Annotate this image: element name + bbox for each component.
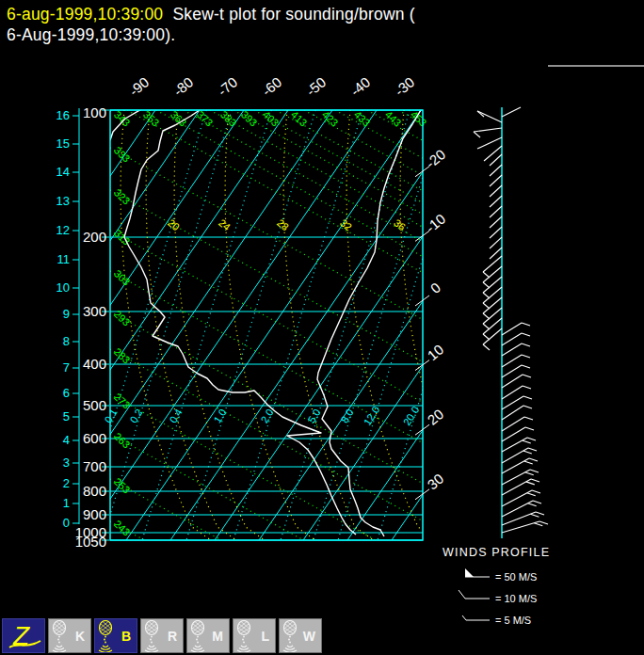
dry-adiabat-top-label: 423 — [320, 108, 341, 128]
balloon-sounding-icon — [236, 620, 259, 655]
isotherm-line — [170, 110, 465, 540]
isotherm-top-label: -80 — [170, 73, 197, 99]
legend-50ms-label: = 50 M/S — [495, 571, 537, 583]
balloon-sounding-icon — [282, 620, 305, 655]
wind-barb — [490, 165, 502, 176]
isotherm-line — [126, 110, 421, 540]
dry-adiabat-line — [110, 148, 644, 510]
plot-border — [110, 110, 423, 540]
mixing-ratio-line — [378, 110, 507, 540]
isotherm-right-label: -20 — [423, 146, 449, 171]
wind-barb — [490, 175, 502, 186]
toolbar-button-label: W — [303, 629, 315, 644]
height-label: 1 — [63, 496, 70, 510]
height-label: 9 — [63, 307, 70, 321]
isotherm-top-label: -60 — [259, 73, 285, 99]
toolbar-button-label: M — [212, 629, 223, 644]
mixing-ratio-line — [233, 110, 362, 540]
wind-barb — [502, 333, 530, 345]
dry-adiabat-left-label: 313 — [112, 227, 133, 247]
isotherm-top-label: -90 — [126, 73, 153, 99]
toolbar-button-k[interactable]: K — [48, 618, 91, 653]
wind-barb — [502, 343, 530, 356]
dry-adiabat-line — [110, 190, 644, 552]
wind-barb — [502, 107, 521, 117]
toolbar-button-m[interactable]: M — [186, 618, 230, 653]
isotherm-right-label: 20 — [425, 406, 447, 428]
winds-profile-panel — [474, 107, 548, 538]
isotherm-line — [38, 110, 332, 540]
pressure-label: 600 — [83, 430, 106, 446]
pressure-label: 500 — [83, 397, 106, 413]
dewpoint-trace — [124, 110, 356, 535]
pressure-label: 200 — [83, 229, 106, 245]
height-label: 10 — [56, 280, 70, 295]
moist-adiabat-label: 32 — [338, 216, 354, 232]
isotherm-top-label: -70 — [215, 73, 241, 99]
height-label: 11 — [57, 252, 71, 266]
height-label: 8 — [63, 334, 70, 348]
dry-adiabat-line — [110, 394, 644, 655]
wind-barb — [502, 323, 530, 335]
isotherm-top-label: -50 — [303, 73, 330, 99]
toolbar-button-label: R — [168, 629, 177, 644]
winds-legend: = 50 M/S = 10 M/S = 5 M/S — [459, 568, 537, 626]
legend-5ms-label: = 5 M/S — [495, 615, 531, 626]
balloon-sounding-icon — [98, 620, 121, 655]
dry-adiabat-left-label: 273 — [112, 391, 133, 410]
moist-adiabat-line — [121, 110, 211, 540]
wind-barb — [490, 206, 502, 217]
height-label: 0 — [63, 516, 70, 530]
dry-adiabat-left-label: 263 — [112, 430, 133, 450]
legend-10ms-label: = 10 M/S — [495, 593, 537, 604]
mixing-ratio-label: 1.0 — [211, 407, 228, 424]
dry-adiabat-line — [110, 271, 644, 633]
dry-adiabat-top-label: 393 — [239, 108, 260, 128]
balloon-sounding-icon — [144, 620, 167, 655]
moist-adiabat-line — [225, 110, 315, 540]
toolbar-button-b[interactable]: B — [94, 618, 137, 653]
toolbar-button-label: L — [261, 629, 269, 644]
isotherm-right-label: 0 — [427, 280, 443, 296]
dry-adiabat-top-label: 433 — [352, 108, 373, 128]
wind-barb — [502, 355, 530, 367]
mixing-ratio-label: 0.2 — [127, 407, 144, 424]
mixing-ratio-group — [77, 110, 507, 540]
mixing-ratio-line — [77, 110, 206, 540]
mixing-ratio-label: 12.0 — [362, 405, 382, 428]
dry-adiabat-line — [304, 110, 644, 472]
mixing-ratio-label: 20.0 — [401, 405, 422, 428]
dry-adiabat-left-label: 323 — [112, 186, 133, 206]
dry-adiabat-line — [276, 110, 644, 472]
isotherm-line — [0, 110, 155, 540]
height-label: 7 — [63, 360, 70, 375]
wind-barb — [490, 216, 502, 228]
plot-frame — [110, 110, 423, 540]
pressure-label: 900 — [83, 506, 106, 522]
toolbar-button-z[interactable]: Z — [2, 618, 45, 653]
isotherm-top-label: -40 — [347, 73, 374, 99]
wind-barb — [490, 237, 502, 248]
wind-barb — [502, 490, 540, 506]
legend-half-barb-symbol — [462, 615, 490, 620]
dry-adiabat-top-label: 383 — [218, 108, 239, 128]
wind-barb — [490, 196, 502, 207]
toolbar-button-l[interactable]: L — [233, 618, 276, 653]
wind-barb — [477, 137, 502, 149]
balloon-sounding-icon — [190, 620, 213, 655]
pressure-label: 1050 — [75, 534, 106, 550]
dry-adiabat-line — [110, 312, 644, 655]
moist-adiabat-line — [174, 110, 265, 540]
wind-barb — [490, 185, 502, 197]
moist-adiabat-line — [400, 110, 491, 540]
wind-barb — [502, 448, 537, 463]
wind-barb — [502, 521, 548, 533]
balloon-sounding-icon — [52, 620, 74, 655]
isotherm-line — [0, 110, 200, 540]
legend-full-barb-symbol — [459, 590, 490, 599]
dry-adiabat-line — [335, 110, 644, 472]
toolbar-button-r[interactable]: R — [140, 618, 184, 653]
toolbar-button-w[interactable]: W — [279, 618, 322, 653]
dry-adiabat-line — [110, 349, 644, 655]
height-label: 14 — [56, 165, 70, 179]
